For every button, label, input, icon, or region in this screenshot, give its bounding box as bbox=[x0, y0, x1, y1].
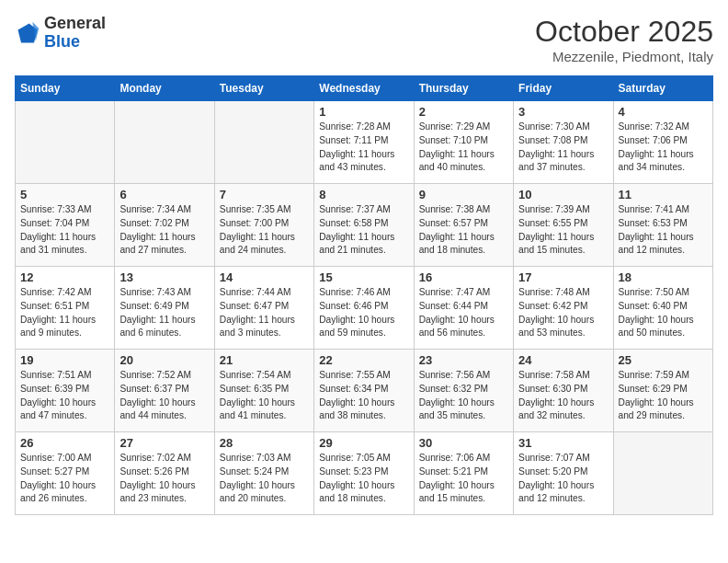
cell-line: Sunrise: 7:30 AM bbox=[518, 121, 608, 134]
day-number: 13 bbox=[119, 270, 209, 284]
day-number: 15 bbox=[319, 270, 408, 284]
calendar-cell: 24Sunrise: 7:58 AMSunset: 6:30 PMDayligh… bbox=[514, 350, 613, 432]
cell-line: Sunset: 6:53 PM bbox=[619, 217, 708, 231]
cell-line: Sunrise: 7:06 AM bbox=[419, 452, 508, 465]
calendar-cell: 30Sunrise: 7:06 AMSunset: 5:21 PMDayligh… bbox=[414, 432, 513, 515]
cell-line: Daylight: 10 hours bbox=[518, 479, 608, 493]
cell-line: Sunset: 5:24 PM bbox=[220, 465, 309, 479]
cell-line: Daylight: 11 hours bbox=[319, 231, 408, 245]
cell-line: Sunset: 7:02 PM bbox=[119, 217, 209, 231]
cell-line: Daylight: 10 hours bbox=[419, 396, 508, 410]
calendar-cell: 21Sunrise: 7:54 AMSunset: 6:35 PMDayligh… bbox=[214, 350, 313, 432]
calendar-cell: 18Sunrise: 7:50 AMSunset: 6:40 PMDayligh… bbox=[613, 267, 712, 350]
cell-line: Sunrise: 7:55 AM bbox=[319, 369, 408, 383]
day-number: 7 bbox=[220, 188, 309, 201]
cell-line: Sunset: 6:49 PM bbox=[119, 300, 209, 314]
calendar-cell: 15Sunrise: 7:46 AMSunset: 6:46 PMDayligh… bbox=[314, 267, 414, 350]
cell-line: Sunset: 5:26 PM bbox=[119, 465, 209, 479]
day-number: 31 bbox=[518, 436, 608, 450]
cell-line: Daylight: 10 hours bbox=[619, 314, 708, 327]
cell-line: and 26 minutes. bbox=[20, 492, 109, 506]
calendar-cell: 12Sunrise: 7:42 AMSunset: 6:51 PMDayligh… bbox=[16, 267, 115, 350]
cell-line: Daylight: 11 hours bbox=[20, 231, 109, 245]
day-header-thursday: Thursday bbox=[414, 76, 513, 101]
cell-line: Sunrise: 7:07 AM bbox=[518, 452, 608, 465]
cell-line: Sunrise: 7:42 AM bbox=[20, 286, 109, 300]
calendar-cell: 1Sunrise: 7:28 AMSunset: 7:11 PMDaylight… bbox=[314, 101, 414, 184]
day-header-wednesday: Wednesday bbox=[314, 76, 414, 101]
calendar-cell: 19Sunrise: 7:51 AMSunset: 6:39 PMDayligh… bbox=[16, 350, 115, 432]
day-number: 17 bbox=[518, 270, 608, 284]
calendar-cell: 6Sunrise: 7:34 AMSunset: 7:02 PMDaylight… bbox=[115, 184, 214, 267]
calendar-cell: 25Sunrise: 7:59 AMSunset: 6:29 PMDayligh… bbox=[613, 350, 712, 432]
logo-general-text: General bbox=[44, 15, 106, 33]
cell-line: Sunset: 5:27 PM bbox=[20, 465, 109, 479]
cell-line: Sunrise: 7:35 AM bbox=[220, 203, 309, 217]
calendar-cell: 13Sunrise: 7:43 AMSunset: 6:49 PMDayligh… bbox=[115, 267, 214, 350]
cell-line: Sunrise: 7:51 AM bbox=[20, 369, 109, 383]
cell-line: and 21 minutes. bbox=[319, 244, 408, 258]
calendar-cell bbox=[115, 101, 214, 184]
cell-line: Daylight: 11 hours bbox=[419, 148, 508, 162]
calendar-cell: 10Sunrise: 7:39 AMSunset: 6:55 PMDayligh… bbox=[514, 184, 613, 267]
cell-line: Sunset: 6:57 PM bbox=[419, 217, 508, 231]
cell-line: Sunrise: 7:37 AM bbox=[319, 203, 408, 217]
day-header-saturday: Saturday bbox=[613, 76, 712, 101]
cell-line: and 44 minutes. bbox=[119, 409, 209, 423]
cell-line: and 9 minutes. bbox=[20, 327, 109, 340]
cell-line: and 34 minutes. bbox=[619, 161, 708, 175]
cell-line: Sunrise: 7:48 AM bbox=[518, 286, 608, 300]
cell-line: and 37 minutes. bbox=[518, 161, 608, 175]
cell-line: and 12 minutes. bbox=[619, 244, 708, 258]
cell-line: Daylight: 10 hours bbox=[419, 314, 508, 327]
calendar-cell: 2Sunrise: 7:29 AMSunset: 7:10 PMDaylight… bbox=[414, 101, 513, 184]
day-number: 12 bbox=[20, 270, 109, 284]
cell-line: Sunrise: 7:50 AM bbox=[619, 286, 708, 300]
cell-line: Sunset: 6:30 PM bbox=[518, 383, 608, 396]
logo-text: General Blue bbox=[44, 15, 106, 52]
title-area: October 2025 Mezzenile, Piedmont, Italy bbox=[535, 15, 713, 64]
cell-line: Sunset: 7:10 PM bbox=[419, 134, 508, 148]
cell-line: Sunrise: 7:34 AM bbox=[119, 203, 209, 217]
cell-line: Sunset: 6:37 PM bbox=[119, 383, 209, 396]
calendar-cell bbox=[16, 101, 115, 184]
day-number: 9 bbox=[419, 188, 508, 201]
day-number: 20 bbox=[119, 353, 209, 367]
cell-line: Sunrise: 7:47 AM bbox=[419, 286, 508, 300]
cell-line: Sunrise: 7:54 AM bbox=[220, 369, 309, 383]
cell-line: Daylight: 10 hours bbox=[20, 396, 109, 410]
generalblue-logo-icon bbox=[15, 20, 40, 46]
day-number: 18 bbox=[619, 270, 708, 284]
cell-line: Sunrise: 7:02 AM bbox=[119, 452, 209, 465]
cell-line: Sunrise: 7:39 AM bbox=[518, 203, 608, 217]
cell-line: Sunset: 6:58 PM bbox=[319, 217, 408, 231]
cell-line: Sunset: 6:35 PM bbox=[220, 383, 309, 396]
cell-line: and 15 minutes. bbox=[419, 492, 508, 506]
cell-line: and 6 minutes. bbox=[119, 327, 209, 340]
cell-line: and 18 minutes. bbox=[419, 244, 508, 258]
calendar-cell: 4Sunrise: 7:32 AMSunset: 7:06 PMDaylight… bbox=[613, 101, 712, 184]
cell-line: Daylight: 10 hours bbox=[319, 479, 408, 493]
cell-line: Daylight: 11 hours bbox=[419, 231, 508, 245]
cell-line: Sunrise: 7:58 AM bbox=[518, 369, 608, 383]
cell-line: Daylight: 10 hours bbox=[119, 479, 209, 493]
cell-line: Sunset: 6:47 PM bbox=[220, 300, 309, 314]
calendar-week-2: 5Sunrise: 7:33 AMSunset: 7:04 PMDaylight… bbox=[16, 184, 713, 267]
calendar-cell: 29Sunrise: 7:05 AMSunset: 5:23 PMDayligh… bbox=[314, 432, 414, 515]
cell-line: and 24 minutes. bbox=[220, 244, 309, 258]
cell-line: Daylight: 10 hours bbox=[220, 396, 309, 410]
logo-blue-text: Blue bbox=[44, 33, 106, 52]
day-header-sunday: Sunday bbox=[16, 76, 115, 101]
cell-line: Sunset: 6:34 PM bbox=[319, 383, 408, 396]
cell-line: and 41 minutes. bbox=[220, 409, 309, 423]
cell-line: and 18 minutes. bbox=[319, 492, 408, 506]
cell-line: and 50 minutes. bbox=[619, 327, 708, 340]
cell-line: and 43 minutes. bbox=[319, 161, 408, 175]
cell-line: Daylight: 10 hours bbox=[619, 396, 708, 410]
cell-line: Sunset: 7:06 PM bbox=[619, 134, 708, 148]
day-number: 11 bbox=[619, 188, 708, 201]
cell-line: Daylight: 11 hours bbox=[119, 231, 209, 245]
cell-line: and 3 minutes. bbox=[220, 327, 309, 340]
day-number: 6 bbox=[119, 188, 209, 201]
calendar-cell: 14Sunrise: 7:44 AMSunset: 6:47 PMDayligh… bbox=[214, 267, 313, 350]
